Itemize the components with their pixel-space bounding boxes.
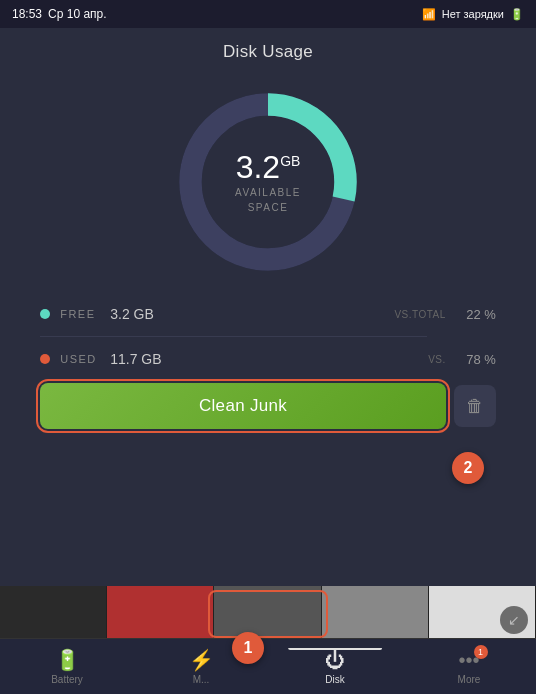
more-nav-label: More: [458, 674, 481, 685]
clean-junk-button[interactable]: Clean Junk: [40, 383, 446, 429]
thumb-2: [107, 586, 214, 638]
memory-nav-label: M...: [193, 674, 210, 685]
stats-divider: [40, 336, 427, 337]
available-size: 3.2GB: [235, 151, 301, 183]
free-type-label: FREE: [60, 308, 100, 320]
status-right: 📶 Нет зарядки 🔋: [422, 8, 524, 21]
nav-more[interactable]: ••• 1 More: [402, 649, 536, 685]
app-container: Disk Usage 3.2GB AVAILABLE SPACE FREE 3.…: [0, 28, 536, 694]
free-percent: 22 %: [456, 307, 496, 322]
thumb-3: [214, 586, 321, 638]
page-title: Disk Usage: [0, 28, 536, 72]
arrow-button[interactable]: ↙: [500, 606, 528, 634]
annotation-badge-2: 2: [452, 452, 484, 484]
status-time: 18:53: [12, 7, 42, 21]
annotation-badge-1: 1: [232, 632, 264, 664]
stat-row-used: USED 11.7 GB VS. 78 %: [40, 351, 496, 367]
free-dot: [40, 309, 50, 319]
available-label2: SPACE: [235, 202, 301, 213]
disk-usage-chart: 3.2GB AVAILABLE SPACE: [168, 82, 368, 282]
thumbnails-strip: [0, 586, 536, 638]
used-vs-label: VS.: [428, 354, 446, 365]
disk-nav-label: Disk: [325, 674, 344, 685]
status-bar: 18:53 Ср 10 апр. 📶 Нет зарядки 🔋: [0, 0, 536, 28]
stat-row-free: FREE 3.2 GB VS.TOTAL 22 %: [40, 306, 496, 322]
available-label1: AVAILABLE: [235, 187, 301, 198]
trash-button[interactable]: 🗑: [454, 385, 496, 427]
nav-battery[interactable]: 🔋 Battery: [0, 648, 134, 685]
trash-icon: 🗑: [466, 396, 484, 417]
used-value: 11.7 GB: [110, 351, 170, 367]
thumb-4: [322, 586, 429, 638]
used-percent: 78 %: [456, 352, 496, 367]
bottom-nav: 🔋 Battery ⚡ M... ⏻ Disk ••• 1 More: [0, 638, 536, 694]
arrow-icon: ↙: [508, 612, 520, 628]
chart-center-label: 3.2GB AVAILABLE SPACE: [235, 151, 301, 213]
stats-section: FREE 3.2 GB VS.TOTAL 22 % USED 11.7 GB V…: [40, 306, 496, 367]
battery-nav-label: Battery: [51, 674, 83, 685]
free-value: 3.2 GB: [110, 306, 170, 322]
more-badge: 1: [474, 645, 488, 659]
memory-nav-icon: ⚡: [189, 648, 214, 672]
wifi-icon: 📶: [422, 8, 436, 21]
used-dot: [40, 354, 50, 364]
status-left: 18:53 Ср 10 апр.: [12, 7, 107, 21]
free-vs-label: VS.TOTAL: [394, 309, 445, 320]
nav-disk[interactable]: ⏻ Disk: [268, 649, 402, 685]
thumb-1: [0, 586, 107, 638]
battery-text: Нет зарядки: [442, 8, 504, 20]
battery-icon: 🔋: [510, 8, 524, 21]
disk-nav-icon: ⏻: [325, 649, 345, 672]
battery-nav-icon: 🔋: [55, 648, 80, 672]
used-type-label: USED: [60, 353, 100, 365]
clean-area: Clean Junk 🗑: [40, 383, 496, 429]
more-badge-container: ••• 1: [458, 649, 479, 672]
status-date: Ср 10 апр.: [48, 7, 107, 21]
